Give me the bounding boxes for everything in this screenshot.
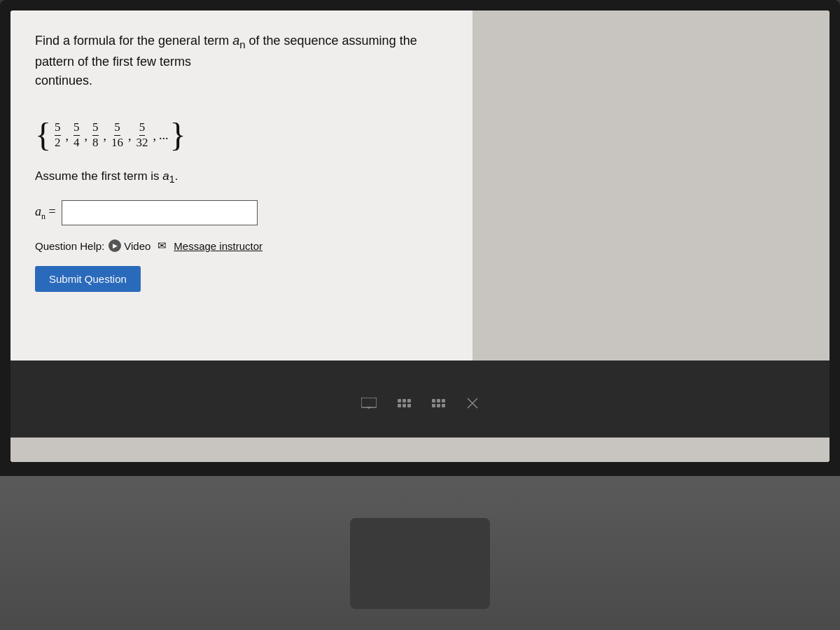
svg-rect-0: [361, 398, 377, 407]
fractions-row: 5 2 , 5 4 , 5: [52, 120, 169, 150]
screen: Find a formula for the general term an o…: [10, 10, 830, 462]
ellipsis: ...: [159, 122, 169, 148]
screen-icon: [361, 398, 377, 409]
laptop-body: Find a formula for the general term an o…: [0, 0, 840, 630]
content-area: Find a formula for the general term an o…: [10, 10, 830, 462]
settings-icon: [466, 397, 479, 410]
fraction-1: 5 2: [55, 120, 61, 150]
fraction-3: 5 8: [92, 120, 99, 150]
question-panel: Find a formula for the general term an o…: [10, 10, 472, 360]
fraction-5: 5 32: [136, 120, 148, 150]
brace-left: {: [35, 118, 51, 152]
sequence-display: { 5 2 , 5 4 ,: [35, 115, 186, 155]
submit-question-button[interactable]: Submit Question: [35, 266, 141, 292]
keyboard-area: [0, 476, 840, 630]
bottom-dark-bar: [10, 360, 830, 438]
right-panel: [472, 10, 830, 360]
dots-icon: [432, 399, 445, 407]
trackpad[interactable]: [350, 518, 490, 609]
fraction-2: 5 4: [74, 120, 80, 150]
answer-label: an =: [35, 204, 56, 222]
fraction-4: 5 16: [111, 120, 123, 150]
bottom-icons-row: [10, 397, 830, 410]
screen-taskbar: [10, 438, 830, 462]
brace-right: }: [170, 118, 186, 152]
screen-bezel: Find a formula for the general term an o…: [0, 0, 840, 476]
video-play-icon: ▶: [108, 239, 121, 252]
video-link[interactable]: ▶ Video: [108, 239, 150, 252]
assume-text: Assume the first term is a1.: [35, 169, 448, 185]
question-text: Find a formula for the general term an o…: [35, 31, 448, 90]
question-help: Question Help: ▶ Video ✉ Message instruc…: [35, 239, 448, 252]
video-label: Video: [124, 240, 150, 252]
answer-input[interactable]: [62, 200, 258, 225]
help-label: Question Help:: [35, 240, 104, 252]
grid-icon: [398, 399, 411, 407]
message-instructor-link[interactable]: Message instructor: [174, 240, 262, 252]
answer-row: an =: [35, 200, 448, 225]
